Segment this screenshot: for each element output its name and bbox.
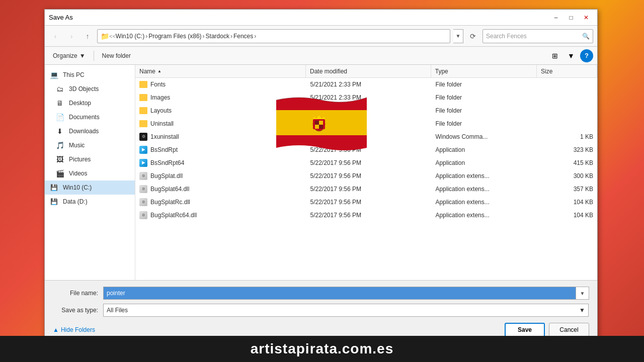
organize-label: Organize: [53, 52, 77, 59]
dll-icon: ⚙: [139, 185, 147, 193]
sidebar-item-pictures[interactable]: 🖼 Pictures: [45, 152, 135, 166]
sidebar-item-this-pc[interactable]: 💻 This PC: [45, 68, 135, 82]
toolbar-right: ⊞ ▼ ?: [548, 49, 593, 62]
path-arrow-3: ›: [230, 33, 232, 40]
address-dropdown[interactable]: ▼: [453, 29, 463, 43]
cmd-icon: ⚙: [139, 133, 147, 141]
file-name-input[interactable]: [103, 287, 576, 300]
data-d-icon: 💾: [49, 197, 59, 207]
table-row[interactable]: ▶ BsSndRpt64 5/22/2017 9:56 PM Applicati…: [135, 156, 597, 169]
file-date-bssndrpt64: 5/22/2017 9:56 PM: [306, 159, 431, 166]
file-size-bssndrpt64: 415 KB: [537, 159, 597, 166]
file-type-bugsplat-dll: Application extens...: [431, 172, 537, 179]
col-header-name[interactable]: Name ▲: [135, 65, 306, 77]
file-name-bugsplat64-dll: ⚙ BugSplat64.dll: [135, 185, 306, 193]
help-button[interactable]: ?: [580, 49, 593, 62]
folder-icon: [139, 94, 147, 101]
folder-icon: [139, 120, 147, 127]
up-button[interactable]: ↑: [81, 30, 94, 43]
file-type-1xuninstall: Windows Comma...: [431, 133, 537, 140]
search-icon: 🔍: [582, 33, 590, 40]
music-icon: 🎵: [55, 140, 65, 150]
sidebar-item-desktop[interactable]: 🖥 Desktop: [45, 96, 135, 110]
hide-folders-label: Hide Folders: [61, 326, 95, 333]
title-bar-controls: – □ ✕: [549, 12, 593, 23]
file-type-fonts: File folder: [431, 81, 537, 88]
back-button[interactable]: ‹: [49, 30, 62, 43]
path-segment-fences: Fences: [233, 33, 253, 40]
table-row[interactable]: ⚙ BugSplat64.dll 5/22/2017 9:56 PM Appli…: [135, 183, 597, 196]
table-row[interactable]: Uninstall 5/21/2021 2:33 PM File folder: [135, 117, 597, 130]
sidebar-item-music[interactable]: 🎵 Music: [45, 138, 135, 152]
refresh-button[interactable]: ⟳: [466, 30, 479, 43]
sort-arrow-icon: ▲: [157, 69, 162, 73]
table-row[interactable]: ⚙ BugSplat.dll 5/22/2017 9:56 PM Applica…: [135, 169, 597, 183]
sidebar-item-data-d[interactable]: 💾 Data (D:): [45, 195, 135, 209]
file-name-label: File name:: [53, 290, 103, 297]
sidebar-label-data-d: Data (D:): [63, 198, 88, 205]
sidebar-item-win10[interactable]: 💾 Win10 (C:): [45, 180, 135, 195]
sidebar-label-documents: Documents: [69, 114, 100, 121]
file-type-bugsplt-rc64-dll: Application extens...: [431, 212, 537, 219]
desktop-icon: 🖥: [55, 98, 65, 108]
table-row[interactable]: ⚙ BugSplatRc64.dll 5/22/2017 9:56 PM App…: [135, 209, 597, 222]
new-folder-button[interactable]: New folder: [98, 49, 135, 62]
maximize-button[interactable]: □: [564, 12, 578, 23]
bottom-section: File name: ▼ Save as type: All Files ▼ ▲…: [45, 280, 597, 343]
view-toggle-button[interactable]: ⊞: [548, 49, 562, 62]
watermark-bar: artistapirata.com.es: [0, 336, 644, 362]
minimize-button[interactable]: –: [549, 12, 563, 23]
table-row[interactable]: Layouts 5/21/2021 2:33 PM File folder: [135, 104, 597, 117]
view-dropdown-button[interactable]: ▼: [564, 49, 578, 62]
table-row[interactable]: ⚙ 1xuninstall 9/1/2015 3:19 AM Windows C…: [135, 130, 597, 143]
file-date-bugsplt-rc64-dll: 5/22/2017 9:56 PM: [306, 212, 431, 219]
file-size-bugsplat-dll: 300 KB: [537, 172, 597, 179]
organize-dropdown-icon: ▼: [79, 52, 86, 59]
organize-button[interactable]: Organize ▼: [49, 49, 90, 62]
hide-folders-arrow-icon: ▲: [53, 326, 59, 333]
col-header-size[interactable]: Size: [537, 65, 597, 77]
table-row[interactable]: Images 5/21/2021 2:33 PM File folder: [135, 91, 597, 104]
sidebar-item-3d-objects[interactable]: 🗂 3D Objects: [45, 82, 135, 96]
save-as-type-select[interactable]: All Files ▼: [103, 304, 589, 317]
close-button[interactable]: ✕: [579, 12, 593, 23]
this-pc-icon: 💻: [49, 70, 59, 80]
save-type-row: Save as type: All Files ▼: [53, 304, 589, 317]
search-box[interactable]: Search Fences 🔍: [482, 29, 593, 43]
file-name-row: File name: ▼: [53, 287, 589, 300]
file-name-images: Images: [135, 94, 306, 101]
save-as-dialog: Save As – □ ✕ ‹ › ↑ 📁 << Win10 (C:) › Pr…: [44, 9, 598, 343]
file-size-bssndrpt: 323 KB: [537, 146, 597, 153]
table-row[interactable]: ⚙ BugSplatRc.dll 5/22/2017 9:56 PM Appli…: [135, 196, 597, 209]
file-name-bssndrpt64: ▶ BsSndRpt64: [135, 159, 306, 167]
file-area: Name ▲ Date modified Type Size: [135, 65, 597, 280]
save-as-type-value: All Files: [107, 307, 128, 314]
col-header-type[interactable]: Type: [431, 65, 537, 77]
file-type-bugsplt-rc-dll: Application extens...: [431, 199, 537, 206]
hide-folders-button[interactable]: ▲ Hide Folders: [53, 326, 95, 333]
sidebar-item-downloads[interactable]: ⬇ Downloads: [45, 124, 135, 138]
title-bar: Save As – □ ✕: [45, 10, 597, 26]
file-size-bugsplt-rc-dll: 104 KB: [537, 199, 597, 206]
path-segment-stardock: Stardock: [206, 33, 229, 40]
table-row[interactable]: ▶ BsSndRpt 5/22/2017 9:56 PM Application…: [135, 143, 597, 156]
cancel-button[interactable]: Cancel: [549, 323, 589, 337]
file-type-bssndrpt64: Application: [431, 159, 537, 166]
sidebar-item-videos[interactable]: 🎬 Videos: [45, 166, 135, 180]
downloads-icon: ⬇: [55, 126, 65, 136]
dll-icon: ⚙: [139, 211, 147, 219]
table-row[interactable]: Fonts 5/21/2021 2:33 PM File folder: [135, 78, 597, 91]
file-date-bugsplat-dll: 5/22/2017 9:56 PM: [306, 172, 431, 179]
col-header-date[interactable]: Date modified: [306, 65, 431, 77]
file-date-images: 5/21/2021 2:33 PM: [306, 94, 431, 101]
path-arrow-1: ›: [145, 33, 147, 40]
folder-icon: [139, 81, 147, 88]
app-icon: ▶: [139, 146, 147, 154]
file-type-bssndrpt: Application: [431, 146, 537, 153]
file-date-layouts: 5/21/2021 2:33 PM: [306, 107, 431, 114]
save-button[interactable]: Save: [505, 323, 545, 337]
filename-dropdown-button[interactable]: ▼: [576, 287, 589, 300]
address-path[interactable]: 📁 << Win10 (C:) › Program Files (x86) › …: [97, 29, 450, 43]
sidebar-item-documents[interactable]: 📄 Documents: [45, 110, 135, 124]
forward-button[interactable]: ›: [65, 30, 78, 43]
